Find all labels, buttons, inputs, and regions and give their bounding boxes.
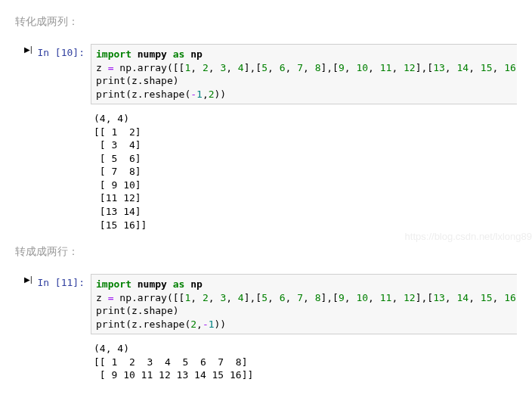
run-icon[interactable]: ▶| bbox=[24, 44, 30, 54]
alias-np: np bbox=[190, 48, 203, 60]
kw-import: import bbox=[96, 48, 131, 60]
code-l4a: print(z.reshape( bbox=[96, 319, 190, 330]
code-z: z bbox=[96, 62, 108, 73]
code-l3: print(z.shape) bbox=[96, 75, 179, 86]
neg-sign: - bbox=[203, 319, 209, 330]
kw-as: as bbox=[173, 48, 185, 60]
output-block-2: (4, 4) [[ 1 2 3 4 5 6 7 8] [ 9 10 11 12 … bbox=[94, 337, 517, 396]
array-literals-1: 1, 2, 3, 4],[5, 6, 7, 8],[9, 10, 11, 12]… bbox=[184, 62, 517, 73]
mod-numpy: numpy bbox=[138, 278, 167, 290]
code-block-2[interactable]: import numpy as np z = np.array([[1, 2, … bbox=[91, 274, 517, 334]
mod-numpy: numpy bbox=[138, 48, 167, 60]
code-cell-2: ▶| In [11]: import numpy as np z = np.ar… bbox=[24, 274, 517, 334]
num-1: 1 bbox=[196, 89, 203, 100]
run-icon[interactable]: ▶| bbox=[24, 274, 30, 284]
num-1: 1 bbox=[209, 319, 215, 330]
input-prompt-2: In [11]: bbox=[32, 274, 91, 288]
array-literals-2: 1, 2, 3, 4],[5, 6, 7, 8],[9, 10, 11, 12]… bbox=[184, 292, 517, 303]
num-2: 2 bbox=[190, 319, 196, 330]
num-2: 2 bbox=[209, 89, 215, 100]
neg-sign: - bbox=[190, 89, 196, 100]
output-block-1: (4, 4) [[ 1 2] [ 3 4] [ 5 6] [ 7 8] [ 9 … bbox=[94, 107, 517, 245]
code-array-open: np.array([[ bbox=[113, 62, 184, 73]
kw-import: import bbox=[96, 278, 131, 290]
alias-np: np bbox=[190, 278, 203, 290]
code-l4end: )) bbox=[215, 89, 227, 100]
code-l4end: )) bbox=[215, 319, 227, 330]
section-title-2: 转成成两行： bbox=[15, 245, 517, 259]
code-l3: print(z.shape) bbox=[96, 305, 179, 316]
code-cell-1: ▶| In [10]: import numpy as np z = np.ar… bbox=[24, 44, 517, 104]
code-l4a: print(z.reshape( bbox=[96, 89, 190, 100]
comma: , bbox=[196, 319, 203, 330]
section-title-1: 转化成两列： bbox=[15, 15, 517, 29]
code-z: z bbox=[96, 292, 108, 303]
code-block-1[interactable]: import numpy as np z = np.array([[1, 2, … bbox=[91, 44, 517, 104]
code-array-open: np.array([[ bbox=[113, 292, 184, 303]
input-prompt-1: In [10]: bbox=[32, 44, 91, 58]
kw-as: as bbox=[173, 278, 185, 290]
comma: , bbox=[203, 89, 209, 100]
